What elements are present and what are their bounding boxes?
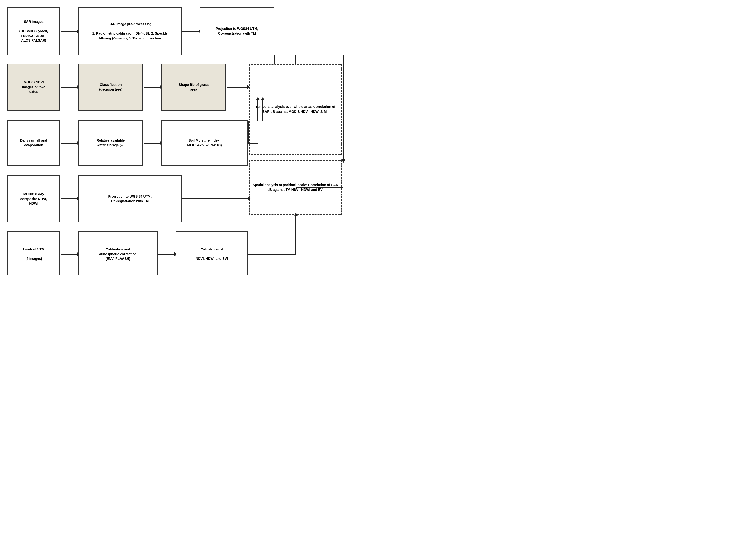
modis-ndvi-text: MODIS NDVIimages on twodates	[22, 80, 45, 94]
shape-file-box: Shape file of grassarea	[161, 64, 226, 111]
classification-text: Classification(decision tree)	[99, 82, 122, 92]
projection-wgs84-2-box: Projection to WGS 84 UTM;Co-registration…	[78, 175, 182, 222]
arrow-right-to-spatial	[296, 187, 343, 188]
calculation-text: Calculation ofNDVI, NDWI and EVI	[196, 247, 228, 261]
arrow-water-to-soil	[144, 142, 161, 143]
projection-wgs84-box: Projection to WGS84 UTM;Co-registration …	[200, 7, 274, 55]
modis-8day-text: MODIS 8-daycomposite NDVI,NDWI	[20, 192, 47, 206]
daily-rainfall-box: Daily rainfall andevaporation	[7, 120, 60, 166]
relative-water-box: Relative availablewater storage (w)	[78, 120, 143, 166]
arrow-sar-to-proc	[61, 31, 77, 32]
arrow-calc-up	[295, 216, 296, 254]
soil-moisture-box: Soil Moisture Index:MI = 1-exp (-7.5w/10…	[161, 120, 248, 166]
arrow-landsat-to-calib	[61, 253, 77, 254]
arrow-right-border	[343, 55, 344, 160]
landsat-tm-text: Landsat 5 TM(4 images)	[23, 247, 44, 261]
arrow-soil-up-2	[262, 100, 263, 121]
arrow-calc-right	[248, 253, 296, 254]
arrow-soil-h	[248, 142, 258, 143]
projection-wgs84-2-text: Projection to WGS 84 UTM;Co-registration…	[108, 194, 152, 203]
landsat-tm-box: Landsat 5 TM(4 images)	[7, 231, 60, 276]
relative-water-text: Relative availablewater storage (w)	[97, 138, 125, 148]
modis-8day-box: MODIS 8-daycomposite NDVI,NDWI	[7, 175, 60, 222]
arrow-rain-to-water	[61, 142, 77, 143]
soil-moisture-text: Soil Moisture Index:MI = 1-exp (-7.5w/10…	[187, 138, 222, 148]
arrow-soil-v	[248, 121, 249, 143]
sar-images-text: SAR images(COSMO-SkyMed,ENVISAT ASAR,ALO…	[19, 19, 48, 43]
daily-rainfall-text: Daily rainfall andevaporation	[20, 138, 47, 148]
arrow-soil-up-1	[257, 100, 258, 121]
arrow-proc-to-proj	[182, 31, 199, 32]
arrow-proj2-to-spatial	[182, 198, 248, 199]
arrow-modis-to-class	[61, 86, 77, 87]
arrow-shape-to-temporal	[227, 86, 248, 87]
projection-wgs84-text: Projection to WGS84 UTM;Co-registration …	[216, 26, 258, 36]
classification-box: Classification(decision tree)	[78, 64, 143, 111]
arrow-class-to-shape	[144, 86, 161, 87]
sar-processing-text: SAR image pre-processing1, Radiometric c…	[92, 22, 168, 41]
temporal-analysis-text: Temporal analysis over whole area: Corre…	[252, 105, 339, 114]
calibration-text: Calibration andatmospheric correction(EN…	[99, 247, 137, 261]
calculation-box: Calculation ofNDVI, NDWI and EVI	[176, 231, 248, 276]
modis-ndvi-box: MODIS NDVIimages on twodates	[7, 64, 60, 111]
arrow-calib-to-calc	[158, 253, 175, 254]
sar-images-box: SAR images(COSMO-SkyMed,ENVISAT ASAR,ALO…	[7, 7, 60, 55]
calibration-box: Calibration andatmospheric correction(EN…	[78, 231, 158, 276]
arrow-modis8-to-proj2	[61, 198, 77, 199]
shape-file-text: Shape file of grassarea	[179, 82, 209, 92]
sar-processing-box: SAR image pre-processing1, Radiometric c…	[78, 7, 182, 55]
flowchart-diagram: SAR images(COSMO-SkyMed,ENVISAT ASAR,ALO…	[5, 5, 373, 269]
